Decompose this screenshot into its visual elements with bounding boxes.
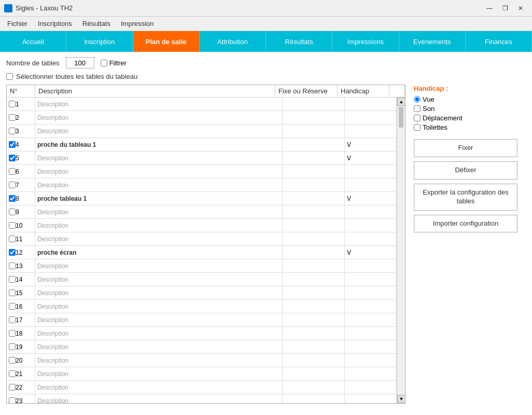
row-checkbox[interactable]: [9, 370, 16, 377]
table-row[interactable]: 22Description: [7, 381, 397, 394]
table-row[interactable]: 18Description: [7, 327, 397, 340]
row-desc-cell[interactable]: Description: [35, 300, 283, 313]
handicap-toilettes-checkbox[interactable]: [414, 124, 421, 131]
tab-resultats[interactable]: Résultats: [266, 31, 332, 52]
table-row[interactable]: 23Description: [7, 394, 397, 403]
row-checkbox[interactable]: [9, 209, 16, 215]
table-row[interactable]: 6Description: [7, 165, 397, 178]
row-desc-cell[interactable]: Description: [35, 327, 283, 340]
handicap-son-checkbox[interactable]: [414, 105, 421, 112]
row-checkbox[interactable]: [9, 222, 16, 229]
row-checkbox[interactable]: [9, 155, 16, 161]
row-checkbox[interactable]: [9, 101, 16, 107]
row-desc-cell[interactable]: Description: [35, 367, 283, 380]
tab-impressions[interactable]: Impressions: [332, 31, 399, 52]
table-row[interactable]: 16Description: [7, 300, 397, 313]
row-desc-cell[interactable]: Description: [35, 286, 283, 299]
table-row[interactable]: 14Description: [7, 273, 397, 286]
handicap-toilettes-label[interactable]: Toilettes: [414, 123, 517, 131]
close-button[interactable]: ✕: [513, 3, 528, 14]
table-row[interactable]: 10Description: [7, 219, 397, 232]
scroll-up-arrow[interactable]: ▲: [397, 98, 405, 106]
row-desc-cell[interactable]: Description: [35, 340, 283, 353]
row-checkbox[interactable]: [9, 168, 16, 175]
menu-impression[interactable]: Impression: [116, 18, 159, 30]
scrollbar[interactable]: ▲ ▼: [397, 98, 405, 403]
row-desc-cell[interactable]: proche écran: [35, 246, 283, 259]
maximize-button[interactable]: ❐: [498, 3, 512, 14]
handicap-son-label[interactable]: Son: [414, 105, 517, 113]
table-row[interactable]: 1Description: [7, 98, 397, 111]
nombre-tables-input[interactable]: [66, 57, 94, 68]
menu-inscriptions[interactable]: Inscriptions: [33, 18, 77, 30]
table-row[interactable]: 17Description: [7, 313, 397, 327]
row-desc-cell[interactable]: Description: [35, 232, 283, 245]
importer-button[interactable]: Importer configuration: [414, 215, 517, 233]
row-desc-cell[interactable]: Description: [35, 394, 283, 403]
handicap-deplacement-label[interactable]: Déplacement: [414, 114, 517, 122]
filtrer-checkbox-label[interactable]: Filtrer: [101, 59, 127, 67]
row-desc-cell[interactable]: Description: [35, 354, 283, 367]
row-checkbox[interactable]: [9, 141, 16, 148]
table-row[interactable]: 13Description: [7, 259, 397, 273]
table-row[interactable]: 5DescriptionV: [7, 151, 397, 165]
menu-fichier[interactable]: Fichier: [2, 18, 33, 30]
table-row[interactable]: 20Description: [7, 354, 397, 367]
row-checkbox[interactable]: [9, 384, 16, 391]
row-desc-cell[interactable]: Description: [35, 273, 283, 286]
row-checkbox[interactable]: [9, 397, 16, 403]
row-checkbox[interactable]: [9, 195, 16, 202]
row-checkbox[interactable]: [9, 357, 16, 364]
handicap-vue-radio[interactable]: [414, 96, 421, 103]
row-checkbox[interactable]: [9, 128, 16, 134]
row-checkbox[interactable]: [9, 316, 16, 323]
row-checkbox[interactable]: [9, 262, 16, 269]
row-desc-cell[interactable]: proche du tableau 1: [35, 138, 283, 151]
tab-plan-de-salle[interactable]: Plan de salle: [133, 31, 200, 52]
table-row[interactable]: 9Description: [7, 205, 397, 219]
row-checkbox[interactable]: [9, 343, 16, 350]
row-desc-cell[interactable]: Description: [35, 98, 283, 110]
row-checkbox[interactable]: [9, 236, 16, 242]
row-checkbox[interactable]: [9, 276, 16, 283]
table-row[interactable]: 15Description: [7, 286, 397, 300]
filtrer-checkbox[interactable]: [101, 60, 107, 66]
table-row[interactable]: 21Description: [7, 367, 397, 381]
minimize-button[interactable]: —: [482, 3, 497, 14]
tab-finances[interactable]: Finances: [466, 31, 532, 52]
tab-evenements[interactable]: Evènements: [399, 31, 466, 52]
row-checkbox[interactable]: [9, 303, 16, 310]
table-row[interactable]: 12proche écranV: [7, 246, 397, 259]
row-desc-cell[interactable]: Description: [35, 219, 283, 232]
row-desc-cell[interactable]: Description: [35, 205, 283, 218]
row-checkbox[interactable]: [9, 249, 16, 256]
menu-resultats[interactable]: Résultats: [77, 18, 116, 30]
table-row[interactable]: 19Description: [7, 340, 397, 354]
row-checkbox[interactable]: [9, 114, 16, 121]
row-checkbox[interactable]: [9, 330, 16, 337]
table-row[interactable]: 8proche tableau 1V: [7, 192, 397, 205]
tab-attribution[interactable]: Attribution: [200, 31, 266, 52]
row-desc-cell[interactable]: Description: [35, 313, 283, 326]
table-row[interactable]: 7Description: [7, 178, 397, 192]
row-desc-cell[interactable]: Description: [35, 165, 283, 178]
row-checkbox[interactable]: [9, 289, 16, 296]
handicap-deplacement-checkbox[interactable]: [414, 115, 421, 121]
row-desc-cell[interactable]: Description: [35, 111, 283, 124]
table-row[interactable]: 4proche du tableau 1V: [7, 138, 397, 151]
fixer-button[interactable]: Fixer: [414, 139, 517, 157]
row-desc-cell[interactable]: Description: [35, 178, 283, 191]
table-row[interactable]: 3Description: [7, 125, 397, 138]
table-row[interactable]: 2Description: [7, 111, 397, 125]
tab-inscription[interactable]: Inscription: [66, 31, 133, 52]
handicap-vue-label[interactable]: Vue: [414, 95, 517, 103]
row-desc-cell[interactable]: Description: [35, 151, 283, 164]
row-desc-cell[interactable]: Description: [35, 125, 283, 137]
tab-accueil[interactable]: Accueil: [0, 31, 66, 52]
row-desc-cell[interactable]: Description: [35, 259, 283, 272]
scroll-down-arrow[interactable]: ▼: [397, 395, 405, 403]
select-all-checkbox[interactable]: [6, 73, 13, 80]
exporter-button[interactable]: Exporter la configuration des tables: [414, 184, 517, 211]
defixer-button[interactable]: Défixer: [414, 161, 517, 179]
row-desc-cell[interactable]: Description: [35, 381, 283, 394]
